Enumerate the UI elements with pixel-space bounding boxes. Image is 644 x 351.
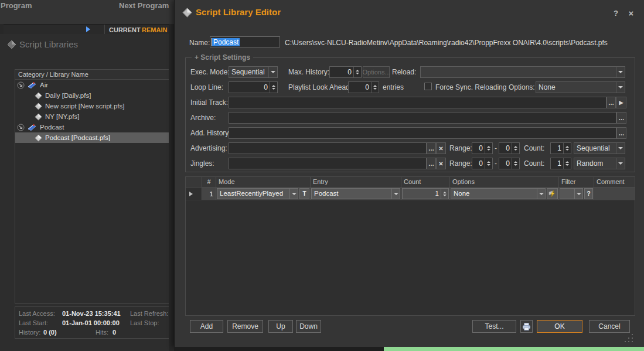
advertising-count-spinner[interactable]: 1 bbox=[550, 142, 571, 154]
reload-select[interactable] bbox=[420, 66, 625, 78]
options-select[interactable]: None bbox=[536, 81, 625, 93]
spinner-arrows[interactable] bbox=[563, 143, 571, 154]
tree-item-daily[interactable]: Daily [Daily.pfs] bbox=[15, 90, 173, 101]
spinner-arrows[interactable] bbox=[353, 67, 361, 77]
options-label: Options: bbox=[509, 83, 535, 91]
spinner-arrows[interactable] bbox=[485, 143, 492, 154]
script-icon bbox=[182, 8, 192, 18]
advertising-browse-button[interactable]: … bbox=[427, 142, 436, 154]
lightning-icon bbox=[548, 190, 556, 197]
chevron-down-icon[interactable] bbox=[616, 158, 625, 169]
spinner-arrows[interactable] bbox=[563, 158, 571, 169]
jingles-count-label: Count: bbox=[524, 159, 544, 168]
advertising-clear-button[interactable]: ✕ bbox=[436, 142, 446, 154]
jingles-mode-select[interactable]: Random bbox=[574, 158, 625, 169]
up-button[interactable]: Up bbox=[268, 320, 293, 333]
jingles-range-from-spinner[interactable]: 0 bbox=[472, 158, 493, 169]
force-sync-checkbox[interactable] bbox=[424, 83, 432, 90]
resize-grip[interactable] bbox=[625, 334, 635, 343]
tree-item-air[interactable]: Air bbox=[15, 80, 173, 90]
archive-browse-button[interactable]: … bbox=[616, 112, 626, 124]
jingles-input[interactable] bbox=[229, 158, 427, 169]
script-icon bbox=[7, 40, 16, 49]
playlist-look-ahead-spinner[interactable]: 0 bbox=[348, 81, 379, 93]
header-comment: Comment bbox=[594, 177, 635, 187]
chevron-down-icon[interactable] bbox=[616, 143, 625, 154]
test-button[interactable]: Test... bbox=[472, 320, 516, 333]
expander-icon[interactable] bbox=[17, 124, 25, 131]
help-button[interactable]: ? bbox=[611, 8, 621, 18]
chevron-down-icon[interactable] bbox=[537, 189, 545, 199]
tree-item-podcast-selected[interactable]: Podcast [Podcast.pfs] bbox=[15, 132, 173, 143]
header-options: Options bbox=[450, 177, 559, 187]
tree-item-new-script[interactable]: New script [New script.pfs] bbox=[15, 101, 173, 111]
tree-item-podcast-category[interactable]: Podcast bbox=[15, 122, 173, 132]
last-stop-label: Last Stop: bbox=[130, 319, 159, 326]
advertising-mode-value: Sequential bbox=[574, 143, 616, 154]
archive-input[interactable] bbox=[229, 112, 616, 124]
chevron-down-icon[interactable] bbox=[616, 82, 625, 93]
spinner-arrows[interactable] bbox=[485, 158, 492, 169]
chevron-down-icon[interactable] bbox=[268, 67, 277, 77]
filter-help-button[interactable]: ? bbox=[584, 188, 593, 199]
loop-line-spinner[interactable]: 0 bbox=[229, 81, 278, 93]
last-start-label: Last Start: bbox=[19, 319, 48, 326]
chevron-down-icon[interactable] bbox=[289, 189, 298, 199]
chevron-down-icon[interactable] bbox=[616, 67, 625, 77]
ok-button[interactable]: OK bbox=[537, 320, 582, 333]
initial-track-browse-button[interactable]: … bbox=[606, 97, 616, 108]
jingles-range-to-spinner[interactable]: 0 bbox=[499, 158, 520, 169]
initial-track-label: Initial Track: bbox=[190, 98, 228, 107]
column-divider bbox=[104, 25, 105, 34]
add-history-browse-button[interactable]: … bbox=[616, 127, 626, 139]
exec-mode-select[interactable]: Sequential bbox=[229, 66, 278, 78]
cancel-button[interactable]: Cancel bbox=[589, 320, 630, 333]
initial-track-input[interactable] bbox=[229, 97, 606, 108]
playlist-look-ahead-label: Playlist Look Ahead: bbox=[288, 83, 352, 91]
advertising-input[interactable] bbox=[229, 142, 427, 154]
initial-track-play-button[interactable]: ▶ bbox=[616, 97, 626, 108]
jingles-range-label: Range: bbox=[449, 159, 472, 168]
down-button[interactable]: Down bbox=[296, 320, 321, 333]
jingles-count-spinner[interactable]: 1 bbox=[550, 158, 571, 169]
name-input[interactable]: Podcast bbox=[210, 36, 280, 47]
row-options-select[interactable]: None bbox=[451, 188, 546, 199]
spinner-arrows[interactable] bbox=[371, 82, 379, 93]
close-button[interactable]: × bbox=[626, 8, 636, 18]
quick-options-button[interactable] bbox=[547, 188, 558, 199]
max-history-spinner[interactable]: 0 bbox=[329, 66, 362, 78]
count-cell: 1 bbox=[401, 188, 450, 200]
chevron-down-icon[interactable] bbox=[391, 189, 400, 199]
advertising-range-from-spinner[interactable]: 0 bbox=[472, 142, 493, 154]
jingles-clear-button[interactable]: ✕ bbox=[436, 158, 446, 169]
entry-select[interactable]: Podcast bbox=[311, 188, 400, 199]
spinner-arrows[interactable] bbox=[512, 143, 519, 154]
current-column-label: CURRENT bbox=[109, 26, 141, 33]
advertising-mode-select[interactable]: Sequential bbox=[574, 142, 625, 154]
chevron-down-icon[interactable] bbox=[574, 189, 582, 199]
advertising-range-to-spinner[interactable]: 0 bbox=[499, 142, 520, 154]
add-history-input[interactable] bbox=[229, 127, 616, 139]
print-button[interactable] bbox=[520, 320, 533, 333]
spinner-arrows[interactable] bbox=[441, 189, 448, 199]
advertising-range-from-value: 0 bbox=[472, 143, 485, 154]
mode-select[interactable]: LeastRecentlyPlayed bbox=[217, 188, 298, 199]
playlist-column-header-row: CURRENT REMAIN bbox=[0, 24, 174, 34]
add-button[interactable]: Add bbox=[190, 320, 223, 333]
header-number: # bbox=[202, 177, 216, 187]
table-row[interactable]: 1 LeastRecentlyPlayed T Podcast bbox=[186, 188, 635, 200]
track-type-button[interactable]: T bbox=[299, 188, 309, 199]
name-input-value: Podcast bbox=[212, 38, 240, 46]
remove-button[interactable]: Remove bbox=[227, 320, 263, 333]
count-spinner[interactable]: 1 bbox=[402, 188, 449, 199]
advertising-count-label: Count: bbox=[524, 144, 544, 152]
comment-cell[interactable] bbox=[594, 188, 635, 200]
spinner-arrows[interactable] bbox=[270, 82, 277, 93]
history-value: 0 (0) bbox=[43, 329, 57, 336]
tree-item-ny[interactable]: NY [NY.pfs] bbox=[15, 111, 173, 122]
tree-item-label: Daily [Daily.pfs] bbox=[45, 92, 91, 99]
filter-select[interactable] bbox=[560, 188, 583, 199]
expander-icon[interactable] bbox=[17, 81, 25, 89]
spinner-arrows[interactable] bbox=[512, 158, 519, 169]
jingles-browse-button[interactable]: … bbox=[427, 158, 436, 169]
